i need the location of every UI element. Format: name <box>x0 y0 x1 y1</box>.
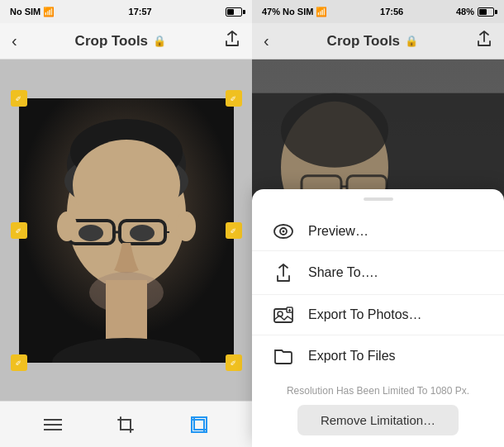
right-lock-icon: 🔒 <box>405 35 418 47</box>
preview-label: Preview… <box>308 224 368 239</box>
left-header: ‹ Crop Tools 🔒 <box>0 23 252 59</box>
right-header: ‹ Crop Tools 🔒 <box>252 23 504 59</box>
svg-point-18 <box>176 212 196 241</box>
right-header-title: Crop Tools 🔒 <box>327 33 418 50</box>
share-icon <box>272 263 295 283</box>
right-status-bar: 47% No SIM 📶 17:56 48% <box>252 0 504 23</box>
pencil-icon-bl: ✏ <box>13 357 24 368</box>
action-sheet: Preview… Share To…. Expor <box>252 189 504 447</box>
export-files-item[interactable]: Export To Files <box>252 335 504 377</box>
resolution-note: Resolution Has Been Limited To 1080 Px. <box>252 377 504 402</box>
wifi-icon-right: 📶 <box>316 7 327 17</box>
pencil-icon-mr: ✏ <box>228 225 239 235</box>
crop-button[interactable] <box>116 416 135 434</box>
left-toolbar <box>0 401 252 447</box>
export-photos-item[interactable]: Export To Photos… <box>252 295 504 335</box>
svg-point-17 <box>57 212 77 241</box>
left-status-bar: No SIM 📶 17:57 <box>0 0 252 23</box>
no-sim-left: No SIM <box>10 7 40 17</box>
export-files-label: Export To Files <box>308 349 396 364</box>
right-time: 17:56 <box>380 7 403 17</box>
crop-handle-tr[interactable]: ✏ <box>226 90 242 107</box>
left-panel: No SIM 📶 17:57 ‹ Crop Tools 🔒 <box>0 0 252 447</box>
share-item[interactable]: Share To…. <box>252 251 504 295</box>
left-header-title: Crop Tools 🔒 <box>75 33 166 50</box>
svg-point-25 <box>281 93 388 168</box>
export-files-icon <box>272 347 295 365</box>
crop-handle-mr[interactable]: ✏ <box>226 222 242 239</box>
wifi-icon-left: 📶 <box>43 7 55 17</box>
pencil-icon-ml: ✏ <box>13 225 24 235</box>
left-lock-icon: 🔒 <box>153 35 166 47</box>
left-share-button[interactable] <box>224 30 240 52</box>
crop-handle-br[interactable]: ✏ <box>226 354 242 371</box>
svg-point-12 <box>78 225 103 241</box>
crop-container: ✏ ✏ ✏ ✏ ✏ ✏ <box>19 98 234 363</box>
crop-handle-tl[interactable]: ✏ <box>11 90 27 107</box>
right-share-button[interactable] <box>476 30 492 52</box>
right-battery-area: 48% <box>456 7 494 17</box>
export-photos-label: Export To Photos… <box>308 307 422 322</box>
crop-image <box>19 98 234 363</box>
right-battery-text: 48% <box>456 7 474 17</box>
svg-point-13 <box>130 225 155 241</box>
right-battery-icon <box>478 7 494 17</box>
left-battery-area <box>226 7 242 17</box>
menu-button[interactable] <box>44 418 62 431</box>
right-carrier: 47% No SIM 📶 <box>262 7 327 17</box>
left-battery-icon <box>226 7 242 17</box>
sheet-handle <box>364 197 393 201</box>
crop-handle-bl[interactable]: ✏ <box>11 354 27 371</box>
remove-limitation-button[interactable]: Remove Limitation… <box>297 405 459 435</box>
active-crop-button[interactable] <box>190 416 208 434</box>
share-label: Share To…. <box>308 265 378 280</box>
left-back-button[interactable]: ‹ <box>12 31 17 50</box>
svg-point-6 <box>73 140 180 231</box>
pencil-icon-br: ✏ <box>228 357 239 368</box>
svg-point-31 <box>283 231 285 233</box>
preview-item[interactable]: Preview… <box>252 212 504 251</box>
pencil-icon-tr: ✏ <box>228 93 239 103</box>
crop-handle-ml[interactable]: ✏ <box>11 222 27 239</box>
export-photos-icon <box>272 307 295 323</box>
left-carrier: No SIM 📶 <box>10 7 55 17</box>
left-title-text: Crop Tools <box>75 33 148 50</box>
right-back-button[interactable]: ‹ <box>264 31 269 50</box>
right-carrier-text: 47% No SIM <box>262 7 313 17</box>
pencil-icon-tl: ✏ <box>13 93 24 103</box>
left-image-area: ✏ ✏ ✏ ✏ ✏ ✏ <box>0 59 252 401</box>
right-title-text: Crop Tools <box>327 33 400 50</box>
right-panel: 47% No SIM 📶 17:56 48% ‹ Crop Tools 🔒 <box>252 0 504 447</box>
left-time: 17:57 <box>129 7 152 17</box>
preview-icon <box>272 224 295 239</box>
